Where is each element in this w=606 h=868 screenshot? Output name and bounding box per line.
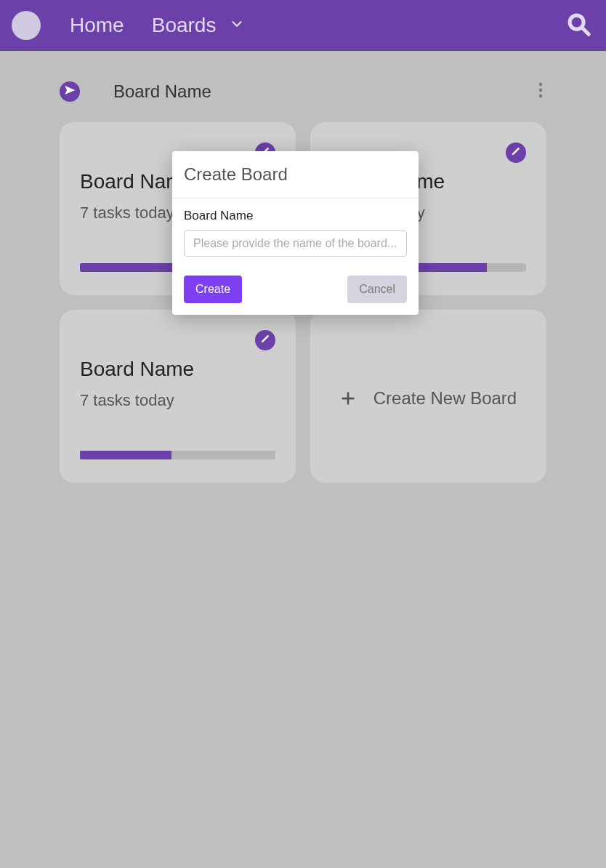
board-card-subtitle: 7 tasks today bbox=[80, 391, 275, 410]
board-card-progress bbox=[80, 451, 275, 459]
nav-boards[interactable]: Boards bbox=[152, 14, 246, 37]
chevron-down-icon bbox=[229, 14, 245, 37]
board-icon-badge[interactable] bbox=[60, 81, 80, 102]
board-more-button[interactable] bbox=[532, 83, 549, 100]
board-name-input[interactable] bbox=[184, 230, 407, 257]
edit-board-button[interactable] bbox=[506, 142, 526, 163]
cancel-button[interactable]: Cancel bbox=[347, 276, 407, 303]
top-nav: Home Boards bbox=[0, 0, 606, 51]
board-card[interactable]: Board Name 7 tasks today bbox=[60, 310, 296, 483]
create-board-tile[interactable]: Create New Board bbox=[310, 310, 546, 483]
paper-plane-icon bbox=[64, 84, 76, 99]
svg-line-1 bbox=[582, 28, 589, 34]
create-button[interactable]: Create bbox=[184, 276, 242, 303]
nav-home[interactable]: Home bbox=[70, 14, 124, 37]
create-board-modal: Create Board Board Name Create Cancel bbox=[172, 151, 419, 315]
create-board-tile-label: Create New Board bbox=[373, 388, 517, 409]
edit-board-button[interactable] bbox=[255, 330, 275, 350]
nav-boards-label: Boards bbox=[152, 14, 217, 37]
page-title: Board Name bbox=[113, 81, 211, 102]
search-button[interactable] bbox=[562, 9, 594, 41]
board-header: Board Name bbox=[60, 81, 546, 102]
modal-title: Create Board bbox=[172, 151, 419, 198]
app-logo[interactable] bbox=[12, 11, 41, 40]
plus-icon bbox=[340, 390, 356, 406]
svg-point-4 bbox=[539, 95, 542, 97]
board-name-label: Board Name bbox=[184, 209, 407, 223]
board-card-title: Board Name bbox=[80, 358, 275, 381]
svg-point-2 bbox=[539, 83, 542, 86]
pencil-icon bbox=[511, 146, 521, 159]
pencil-icon bbox=[260, 334, 270, 347]
svg-point-3 bbox=[539, 89, 542, 92]
more-vertical-icon bbox=[538, 82, 543, 101]
nav-home-label: Home bbox=[70, 14, 124, 37]
search-icon bbox=[565, 10, 592, 41]
